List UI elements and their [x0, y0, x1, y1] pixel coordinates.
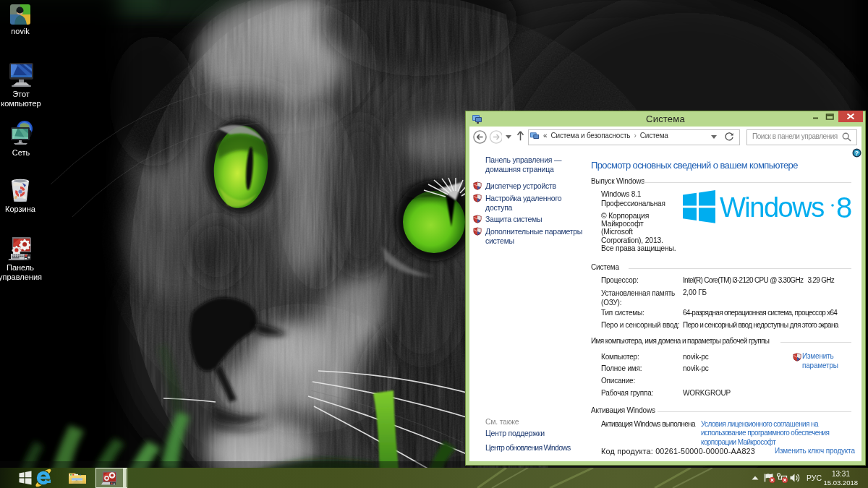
svg-text:РУС: РУС [807, 474, 822, 482]
svg-text:15.03.2018: 15.03.2018 [823, 479, 858, 487]
svg-text:8: 8 [836, 192, 852, 223]
svg-text:?: ? [855, 150, 859, 157]
svg-text:13:31: 13:31 [832, 470, 850, 478]
svg-text:Windows: Windows [720, 192, 824, 223]
